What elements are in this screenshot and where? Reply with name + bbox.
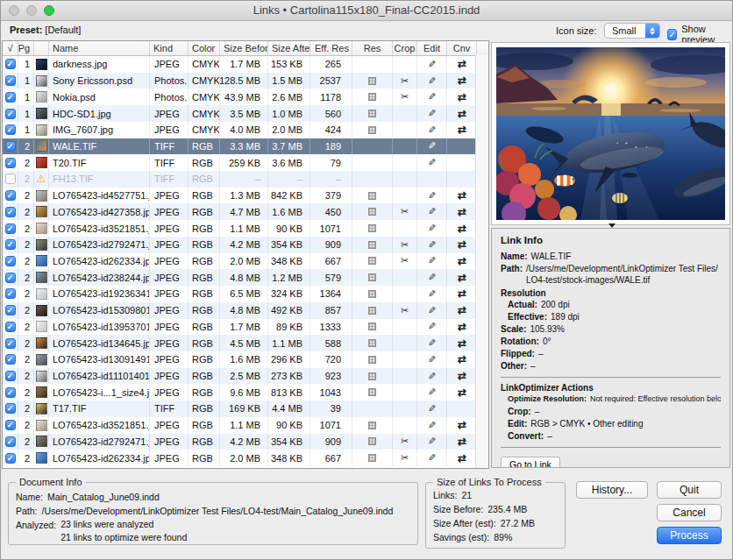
row-checkbox[interactable]: ✓ — [5, 158, 16, 168]
file-thumbnail — [36, 371, 47, 382]
row-checkbox[interactable]: ✓ — [5, 305, 16, 315]
edit-action-cell: ✎ — [417, 368, 447, 385]
row-checkbox[interactable]: ✓ — [5, 109, 16, 119]
table-row[interactable]: ✓ 2 LO765423-id2792471.jpg JPEG RGB 4.2 … — [3, 237, 488, 253]
table-row[interactable]: ✓ 2 LO765423-id262334.jpg JPEG RGB 2.0 M… — [3, 450, 488, 466]
go-to-link-button[interactable]: Go to Link — [501, 457, 560, 468]
row-checkbox[interactable]: ✓ — [5, 322, 16, 332]
edit-action-cell: ✎ — [417, 269, 447, 286]
table-scrollbar[interactable] — [475, 55, 488, 468]
file-name: WALE.TIF — [49, 138, 150, 155]
thumbnail-cell — [34, 434, 49, 450]
effective-resolution-value: 560 — [310, 105, 352, 122]
column-header-edit[interactable]: Edit — [417, 41, 447, 55]
quit-button[interactable]: Quit — [657, 481, 722, 499]
size-before-value: – — [220, 171, 268, 188]
table-row[interactable]: ✓ 1 IMG_7607.jpg JPEG CMYK 4.0 MB 2.0 MB… — [3, 122, 488, 138]
row-checkbox[interactable]: ✓ — [5, 207, 16, 217]
row-checkbox[interactable]: ✓ — [5, 288, 16, 299]
row-checkbox[interactable]: ✓ — [5, 223, 16, 234]
row-checkbox[interactable]: ✓ — [5, 436, 16, 447]
table-row[interactable]: ✓ 2 LO765423-id3521851.jpg JPEG RGB 1.1 … — [3, 220, 488, 237]
row-checkbox[interactable]: ✓ — [5, 453, 16, 464]
link-info-panel: Link Info Name:WALE.TIF Path:/Users/me/D… — [491, 228, 730, 468]
row-checkbox[interactable]: ✓ — [5, 190, 16, 201]
link-path-value: /Users/me/Development/LinkOptimizer Test… — [526, 263, 721, 286]
convert-action-cell: ⇄ — [447, 384, 477, 401]
row-checkbox[interactable]: ✓ — [5, 256, 16, 266]
column-header-size-before[interactable]: Size Before — [220, 41, 268, 55]
table-row[interactable]: ✓ 1 HDC-SD1.jpg JPEG CMYK 3.5 MB 1.0 MB … — [3, 105, 488, 122]
convert-action-cell: ⇄ — [447, 138, 477, 155]
table-row[interactable]: ✓ 2 LO765423-id13091491.jpg JPEG RGB 1.6… — [3, 351, 488, 368]
column-header-cnv[interactable]: Cnv — [447, 41, 477, 55]
row-checkbox[interactable]: ✓ — [5, 420, 16, 430]
table-row[interactable]: ✓ 2 LO765423-id134645.jpg JPEG RGB 4.5 M… — [3, 335, 488, 351]
effective-resolution-value: 720 — [310, 351, 352, 368]
row-checkbox[interactable]: ✓ — [5, 174, 16, 184]
table-row[interactable]: ✓ 2 LO765423-id13953701.jpg JPEG RGB 1.7… — [3, 319, 488, 336]
table-row[interactable]: ✓ 1 Sony Ericsson.psd Photos... CMYK 128… — [3, 73, 488, 89]
resolution-change-icon — [368, 422, 376, 429]
table-row[interactable]: ✓ 2 LO765423-id2792471.jpg JPEG RGB 4.2 … — [3, 434, 488, 450]
table-row[interactable]: ✓ 2 LO765423-id4527751.jpg JPEG RGB 1.3 … — [3, 188, 488, 204]
table-row[interactable]: ✓ 2 LO765423-id11101401.jpg JPEG RGB 2.5… — [3, 368, 488, 385]
table-row[interactable]: ✓ 2 WALE.TIF TIFF RGB 3.3 MB 3.7 MB 189 … — [3, 138, 488, 155]
table-row[interactable]: ✓ 2 LO765423-i...1_size4.jpg JPEG RGB 9.… — [3, 384, 488, 401]
row-checkbox[interactable]: ✓ — [5, 387, 16, 398]
show-preview-checkbox[interactable]: ✓ — [667, 29, 677, 40]
table-row[interactable]: ✓ 2 LO765423-id19236341.jpg JPEG RGB 6.5… — [3, 286, 488, 302]
row-checkbox[interactable]: ✓ — [5, 371, 16, 381]
size-after-value: 324 KB — [268, 286, 310, 302]
size-before-value: 2.0 MB — [220, 253, 268, 270]
row-checkbox[interactable]: ✓ — [5, 239, 16, 250]
table-row[interactable]: ✓ 1 Nokia.psd Photos... CMYK 43.9 MB 2.6… — [3, 89, 488, 105]
row-checkbox[interactable]: ✓ — [5, 92, 16, 103]
icon-size-popup[interactable]: Small — [604, 23, 660, 39]
column-header-res[interactable]: Res — [352, 41, 393, 55]
table-row[interactable]: ✓ 2 T20.TIF TIFF RGB 259 KB 3.6 MB 79 ✂ … — [3, 154, 488, 171]
row-checkbox[interactable]: ✓ — [5, 354, 16, 365]
table-row[interactable]: ✓ 2 LO765423-id262334.jpg JPEG RGB 2.0 M… — [3, 253, 488, 270]
effective-label: Effective: — [508, 311, 547, 323]
row-checkbox-cell: ✓ — [3, 302, 18, 319]
column-header-kind[interactable]: Kind — [150, 41, 189, 55]
column-header-page[interactable]: Pg — [18, 41, 34, 55]
row-checkbox[interactable]: ✓ — [5, 338, 16, 349]
row-checkbox[interactable]: ✓ — [5, 124, 16, 135]
edit-action-cell: ✎ — [417, 203, 447, 220]
column-header-name[interactable]: Name — [49, 41, 150, 55]
table-row[interactable]: ✓ 1 darkness.jpg JPEG CMYK 1.7 MB 153 KB… — [3, 56, 488, 73]
row-checkbox[interactable]: ✓ — [5, 273, 16, 283]
file-thumbnail: ⚠ — [37, 174, 46, 185]
color-space: RGB — [189, 286, 220, 302]
column-header-crop[interactable]: Crop — [393, 41, 417, 55]
column-header-thumbnail[interactable] — [34, 41, 49, 55]
table-row[interactable]: ✓ 2 LO765423-id238244.jpg JPEG RGB 4.8 M… — [3, 269, 488, 286]
process-button[interactable]: Process — [657, 527, 722, 544]
crop-action-cell: ✂ — [393, 384, 417, 401]
column-header-size-after[interactable]: Size After — [268, 41, 310, 55]
table-row[interactable]: ✓ 2 LO765423-id15309801.jpg JPEG RGB 4.8… — [3, 302, 488, 319]
row-checkbox[interactable]: ✓ — [5, 141, 16, 152]
file-kind: JPEG — [150, 368, 189, 385]
file-thumbnail — [36, 157, 47, 168]
table-row[interactable]: ✓ 2 T17.TIF TIFF RGB 169 KB 4.4 MB 39 ✂ … — [3, 401, 488, 417]
preset-value[interactable]: [Default] — [45, 25, 81, 35]
cancel-button[interactable]: Cancel — [657, 504, 722, 521]
row-checkbox[interactable]: ✓ — [5, 59, 16, 69]
row-checkbox[interactable]: ✓ — [5, 75, 16, 86]
resolution-action-cell — [352, 384, 393, 401]
effective-resolution-value: 667 — [310, 450, 352, 466]
table-row[interactable]: ✓ 2 LO765423-id3521851.jpg JPEG RGB 1.1 … — [3, 417, 488, 434]
column-header-color[interactable]: Color — [189, 41, 220, 55]
table-row[interactable]: ✓ 2 ⚠ FH13.TIF TIFF RGB – – – ✂ ✎ ⇄ — [3, 171, 488, 188]
pencil-icon: ✎ — [428, 59, 436, 70]
row-checkbox[interactable]: ✓ — [5, 403, 16, 414]
convert-action-cell: ⇄ — [447, 335, 477, 351]
column-header-eff-res[interactable]: Eff. Res — [310, 41, 352, 55]
column-header-check[interactable]: √ — [3, 41, 18, 55]
history-button[interactable]: History... — [576, 481, 648, 499]
color-space: RGB — [189, 401, 220, 417]
table-row[interactable]: ✓ 2 LO765423-id427358.jpg JPEG RGB 4.7 M… — [3, 203, 488, 220]
